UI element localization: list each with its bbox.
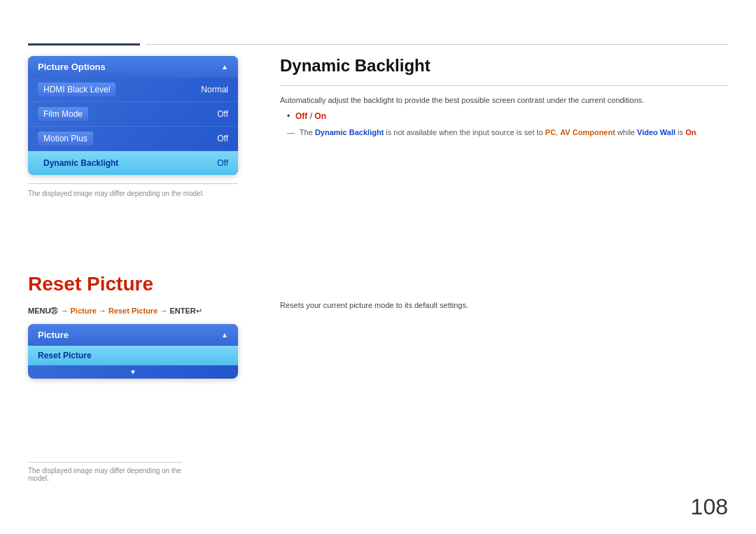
dynamic-backlight-off-on: Off / On <box>287 111 728 121</box>
path-picture: Picture <box>71 307 97 315</box>
reset-picture-menu-item[interactable]: Reset Picture <box>28 346 238 365</box>
picture-options-arrow-up: ▲ <box>221 63 228 71</box>
note-av-component: AV Component <box>560 128 615 136</box>
reset-picture-item-label: Reset Picture <box>38 351 92 360</box>
picture-options-panel: Picture Options ▲ HDMI Black Level Norma… <box>28 56 238 197</box>
picture-options-header: Picture Options ▲ <box>28 56 238 78</box>
path-arrow2: → <box>97 307 108 315</box>
picture-options-menu-box: Picture Options ▲ HDMI Black Level Norma… <box>28 56 238 175</box>
menu-item-dynamic-value: Off <box>217 158 228 168</box>
picture-menu-header: Picture ▲ <box>28 324 238 346</box>
picture-options-disclaimer: The displayed image may differ depending… <box>28 183 238 197</box>
menu-item-hdmi-value: Normal <box>201 85 228 94</box>
path-arrow3: → <box>158 307 169 315</box>
dynamic-backlight-description: Automatically adjust the backlight to pr… <box>280 96 728 104</box>
picture-menu-arrow-up: ▲ <box>221 331 228 339</box>
note-on: On <box>685 128 696 136</box>
path-reset-picture: Reset Picture <box>108 307 158 315</box>
menu-item-hdmi-black-level[interactable]: HDMI Black Level Normal <box>28 78 238 102</box>
menu-item-motion-plus[interactable]: Motion Plus Off <box>28 127 238 151</box>
top-line-light <box>146 44 728 45</box>
dynamic-backlight-content: Dynamic Backlight Automatically adjust t… <box>280 56 728 136</box>
note-prefix: The <box>300 128 315 136</box>
menu-item-film-label: Film Mode <box>38 107 88 121</box>
path-enter: ENTER <box>169 307 195 315</box>
separator-text: / <box>307 111 314 121</box>
top-line-dark <box>28 43 140 45</box>
enter-symbol: ↵ <box>196 307 202 315</box>
reset-picture-title: Reset Picture <box>28 273 287 295</box>
note-pc: PC <box>545 128 556 136</box>
note-while: while <box>615 128 637 136</box>
arrow-down-icon: ▼ <box>130 368 136 376</box>
reset-picture-left: Reset Picture MENU㊱ → Picture → Reset Pi… <box>28 273 287 379</box>
top-decorative-lines <box>28 43 728 45</box>
note-middle1: is not available when the input source i… <box>384 128 545 136</box>
dynamic-backlight-options: Off / On <box>280 111 728 121</box>
dynamic-backlight-note: The Dynamic Backlight is not available w… <box>280 128 728 136</box>
menu-item-dynamic-backlight[interactable]: Dynamic Backlight Off <box>28 151 238 175</box>
dynamic-backlight-title: Dynamic Backlight <box>280 56 728 76</box>
reset-disclaimer-text: The displayed image may differ depending… <box>28 467 181 482</box>
reset-picture-menu-path: MENU㊱ → Picture → Reset Picture → ENTER↵ <box>28 307 287 316</box>
picture-menu-box: Picture ▲ Reset Picture ▼ <box>28 324 238 379</box>
menu-symbol: ㊱ <box>50 307 58 315</box>
picture-options-disclaimer-text: The displayed image may differ depending… <box>28 190 204 197</box>
picture-menu-arrow-down-container: ▼ <box>28 365 238 379</box>
menu-item-motion-value: Off <box>217 134 228 143</box>
on-text: On <box>314 111 326 121</box>
reset-picture-description: Resets your current picture mode to its … <box>280 301 728 309</box>
menu-item-motion-label: Motion Plus <box>38 132 93 146</box>
path-arrow1: → <box>58 307 70 315</box>
picture-menu-title: Picture <box>38 330 69 340</box>
reset-picture-right: Resets your current picture mode to its … <box>280 301 728 309</box>
section-divider <box>280 85 728 86</box>
note-video-wall: Video Wall <box>637 128 676 136</box>
page-number: 108 <box>691 494 728 520</box>
note-period: . <box>696 128 698 136</box>
note-is: is <box>676 128 685 136</box>
off-text: Off <box>295 111 307 121</box>
menu-item-hdmi-label: HDMI Black Level <box>38 83 115 97</box>
reset-disclaimer: The displayed image may differ depending… <box>28 462 182 482</box>
menu-item-film-mode[interactable]: Film Mode Off <box>28 102 238 127</box>
menu-keyword: MENU <box>28 307 50 315</box>
menu-item-dynamic-label: Dynamic Backlight <box>38 156 124 170</box>
picture-options-title: Picture Options <box>38 62 106 72</box>
note-dynamic-backlight: Dynamic Backlight <box>315 128 384 136</box>
menu-item-film-value: Off <box>217 109 228 119</box>
